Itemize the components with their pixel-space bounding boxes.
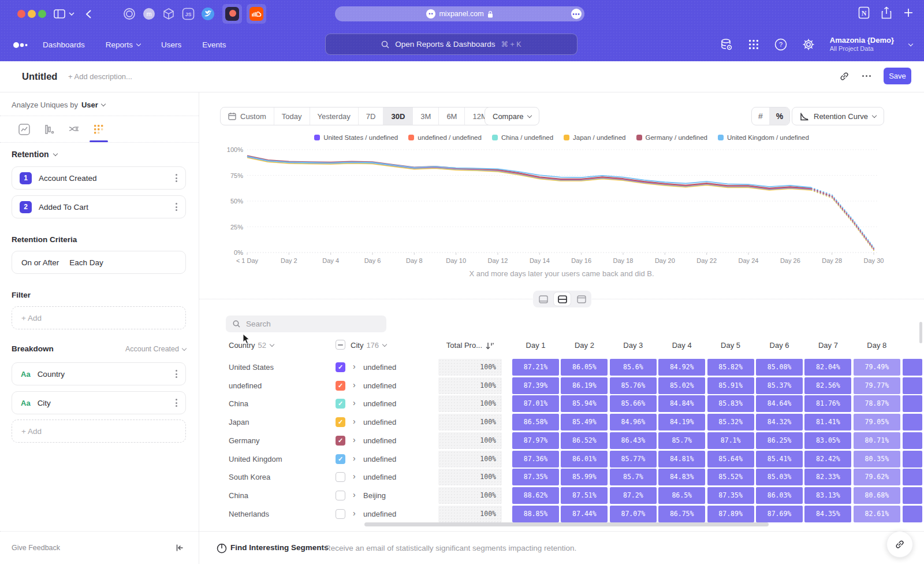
- expand-row-icon[interactable]: ›: [353, 490, 356, 499]
- retention-cell[interactable]: 87.36%: [512, 451, 559, 467]
- nav-events[interactable]: Events: [202, 40, 226, 49]
- step-event-name[interactable]: Account Created: [39, 174, 97, 183]
- breakdown-add-button[interactable]: + Add: [12, 420, 186, 443]
- table-search-input[interactable]: Search: [226, 316, 386, 332]
- breakdown-property[interactable]: Country: [38, 370, 65, 379]
- retention-cell[interactable]: 82.56%: [804, 377, 851, 394]
- compare-button[interactable]: Compare: [485, 107, 539, 125]
- more-options-icon[interactable]: [862, 75, 871, 77]
- mode-percent[interactable]: %: [770, 107, 789, 125]
- retention-cell[interactable]: 84.84%: [658, 395, 705, 412]
- extension-soundcloud-icon[interactable]: [247, 4, 266, 24]
- extension-avatar-icon[interactable]: m: [141, 6, 157, 21]
- retention-cell[interactable]: 86.19%: [561, 377, 608, 394]
- window-minimize-button[interactable]: [28, 10, 36, 18]
- table-row[interactable]: China›Beijing100%88.62%87.51%87.2%86.5%8…: [199, 487, 924, 505]
- retention-cell[interactable]: 85.52%: [707, 469, 754, 485]
- row-checkbox[interactable]: [336, 491, 345, 500]
- table-row[interactable]: Germany✓›undefined100%87.97%86.52%86.43%…: [199, 432, 924, 450]
- retention-cell[interactable]: 85.37%: [756, 377, 803, 394]
- retention-cell-clipped[interactable]: [903, 487, 922, 504]
- retention-cell[interactable]: 86.5%: [658, 487, 705, 504]
- country-column-header[interactable]: Country 52: [229, 341, 274, 350]
- find-segments-title[interactable]: Find Interesting Segments: [230, 543, 329, 552]
- retention-cell[interactable]: 84.92%: [658, 359, 705, 376]
- expand-row-icon[interactable]: ›: [353, 435, 356, 444]
- retention-cell[interactable]: 85.77%: [610, 451, 657, 467]
- retention-cell-clipped[interactable]: [903, 414, 922, 431]
- retention-cell[interactable]: 86.05%: [561, 359, 608, 376]
- table-row[interactable]: China✓›undefined100%87.01%85.94%85.66%84…: [199, 395, 924, 413]
- retention-cell[interactable]: 86.25%: [756, 432, 803, 449]
- retention-cell-clipped[interactable]: [903, 377, 922, 394]
- retention-cell[interactable]: 87.07%: [610, 506, 657, 522]
- add-description[interactable]: + Add description...: [68, 72, 132, 81]
- retention-cell[interactable]: 85.02%: [658, 377, 705, 394]
- retention-cell[interactable]: 87.69%: [756, 506, 803, 522]
- retention-cell[interactable]: 84.35%: [804, 506, 851, 522]
- expand-row-icon[interactable]: ›: [353, 454, 356, 463]
- retention-cell-clipped[interactable]: [903, 506, 922, 522]
- retention-cell[interactable]: 84.81%: [658, 451, 705, 467]
- vertical-scrollbar[interactable]: [919, 322, 922, 343]
- report-title[interactable]: Untitled: [22, 71, 57, 82]
- retention-cell[interactable]: 85.08%: [756, 359, 803, 376]
- retention-cell[interactable]: 88.62%: [512, 487, 559, 504]
- row-checkbox[interactable]: [336, 472, 345, 482]
- retention-cell[interactable]: 78.87%: [854, 395, 900, 412]
- collapse-sidebar-icon[interactable]: [176, 544, 184, 552]
- retention-cell[interactable]: 85.76%: [610, 377, 657, 394]
- retention-cell[interactable]: 87.39%: [512, 377, 559, 394]
- row-checkbox[interactable]: ✓: [336, 454, 345, 464]
- layout-chart-only-button[interactable]: [535, 292, 552, 306]
- retention-cell[interactable]: 85.91%: [707, 377, 754, 394]
- table-row[interactable]: Japan✓›undefined100%86.58%85.49%84.96%84…: [199, 413, 924, 432]
- retention-cell[interactable]: 86.03%: [756, 487, 803, 504]
- retention-cell[interactable]: 79.05%: [854, 414, 900, 431]
- retention-criteria-card[interactable]: On or After Each Day: [12, 251, 186, 274]
- city-column-header[interactable]: City 176: [351, 341, 386, 350]
- notion-icon[interactable]: N: [858, 6, 870, 19]
- tab-insights[interactable]: [18, 123, 31, 136]
- extension-js-icon[interactable]: JS: [181, 6, 196, 21]
- retention-cell[interactable]: 87.2%: [610, 487, 657, 504]
- extension-target-icon[interactable]: [122, 6, 137, 21]
- settings-gear-icon[interactable]: [802, 38, 815, 51]
- day-column-header[interactable]: Day 2: [560, 341, 609, 350]
- save-button[interactable]: Save: [884, 68, 911, 84]
- retention-cell[interactable]: 87.01%: [512, 395, 559, 412]
- retention-cell[interactable]: 85.64%: [707, 451, 754, 467]
- retention-cell[interactable]: 83.05%: [804, 432, 851, 449]
- chart-type-selector[interactable]: Retention Curve: [792, 107, 884, 125]
- day-column-header[interactable]: Day 7: [804, 341, 852, 350]
- retention-cell[interactable]: 87.51%: [561, 487, 608, 504]
- breakdown-card-city[interactable]: Aa City: [12, 391, 186, 414]
- row-checkbox[interactable]: [336, 509, 345, 519]
- tab-funnels[interactable]: [43, 123, 55, 136]
- legend-item[interactable]: United States / undefined: [314, 134, 398, 141]
- retention-cell[interactable]: 87.21%: [512, 359, 559, 376]
- analyze-entity-selector[interactable]: User: [81, 101, 98, 109]
- range-custom[interactable]: Custom: [221, 107, 274, 125]
- nav-users[interactable]: Users: [161, 40, 181, 49]
- retention-cell[interactable]: 87.97%: [512, 432, 559, 449]
- retention-cell[interactable]: 86.52%: [561, 432, 608, 449]
- help-icon[interactable]: ?: [774, 38, 787, 51]
- retention-cell[interactable]: 85.99%: [561, 469, 608, 485]
- retention-cell[interactable]: 85.32%: [707, 414, 754, 431]
- legend-item[interactable]: undefined / undefined: [408, 134, 482, 141]
- total-column-header[interactable]: Total Pro...: [438, 341, 482, 350]
- expand-row-icon[interactable]: ›: [353, 398, 356, 407]
- retention-cell[interactable]: 82.04%: [804, 359, 851, 376]
- retention-cell-clipped[interactable]: [903, 432, 922, 449]
- sidebar-toggle-icon[interactable]: [52, 6, 67, 21]
- tab-retention[interactable]: [92, 123, 105, 136]
- extension-cube-icon[interactable]: [161, 6, 176, 21]
- retention-cell[interactable]: 82.61%: [854, 506, 900, 522]
- step-card-2[interactable]: 2 Added To Cart: [12, 195, 186, 218]
- table-row[interactable]: South Korea›undefined100%87.35%85.99%85.…: [199, 468, 924, 487]
- data-management-icon[interactable]: [720, 38, 733, 51]
- retention-cell[interactable]: 86.58%: [512, 414, 559, 431]
- retention-cell[interactable]: 87.89%: [707, 506, 754, 522]
- legend-item[interactable]: China / undefined: [492, 134, 553, 141]
